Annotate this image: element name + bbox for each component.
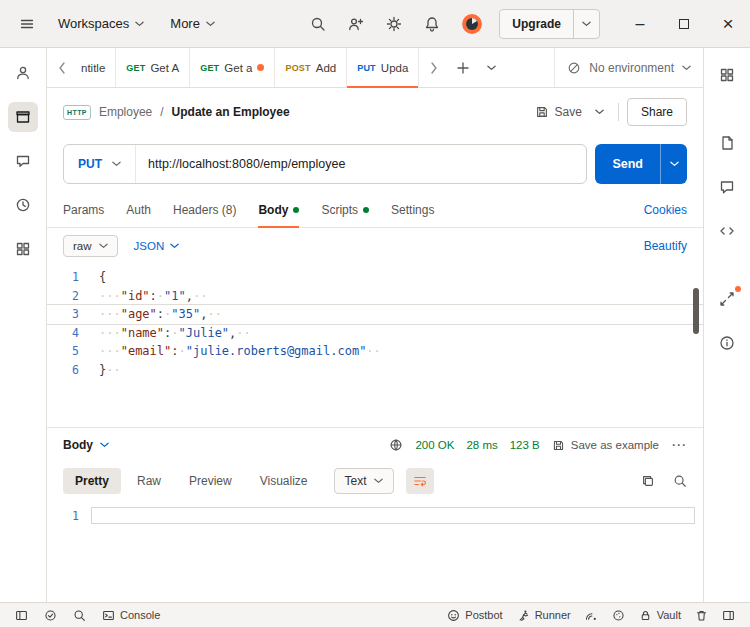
share-button[interactable]: Share xyxy=(627,98,687,126)
search-icon[interactable] xyxy=(303,9,333,39)
new-tab-plus-icon[interactable] xyxy=(449,48,477,87)
sidebar-collections-icon[interactable] xyxy=(8,102,38,132)
notifications-bell-icon[interactable] xyxy=(417,9,447,39)
response-more-icon[interactable]: ⋯ xyxy=(671,440,687,450)
capture-requests-icon[interactable] xyxy=(578,603,605,627)
sidebar-apps-grid-icon[interactable] xyxy=(8,234,38,264)
code-line[interactable]: 4···"name":·"Julie",·· xyxy=(47,324,703,343)
info-icon[interactable] xyxy=(712,328,742,358)
request-tab[interactable]: GET Get a xyxy=(190,48,275,87)
toggle-sidebar-icon[interactable] xyxy=(8,603,35,627)
postbot-button[interactable]: Postbot xyxy=(440,603,509,627)
related-requests-icon[interactable] xyxy=(712,284,742,314)
line-number: 6 xyxy=(47,361,91,380)
sidebar-profile-icon[interactable] xyxy=(8,58,38,88)
tab-params[interactable]: Params xyxy=(63,192,104,227)
comments-icon[interactable] xyxy=(712,172,742,202)
code-line[interactable]: 3···"age":·"35",·· xyxy=(47,305,703,324)
code-line[interactable]: 5···"email":·"julie.roberts@gmail.com"·· xyxy=(47,342,703,361)
status-bar: Console Postbot Runner Vault xyxy=(0,602,750,627)
tabs-back-icon[interactable] xyxy=(47,48,77,87)
status-check-icon[interactable] xyxy=(37,603,64,627)
postman-logo[interactable] xyxy=(461,13,483,35)
postbot-icon xyxy=(447,609,460,622)
send-button-group: Send xyxy=(595,144,687,184)
upgrade-caret[interactable] xyxy=(573,10,599,38)
tab-body[interactable]: Body xyxy=(258,192,299,227)
more-menu[interactable]: More xyxy=(162,10,223,37)
tabs-forward-icon[interactable] xyxy=(419,48,449,87)
request-body-editor[interactable]: 1{2···"id":·"1",··3···"age":·"35",··4···… xyxy=(47,264,703,428)
beautify-link[interactable]: Beautify xyxy=(644,239,687,253)
request-tab[interactable]: POST Add xyxy=(275,48,347,87)
view-pretty-button[interactable]: Pretty xyxy=(63,468,121,494)
body-format-selector[interactable]: JSON xyxy=(134,240,180,252)
search-response-icon[interactable] xyxy=(673,474,687,488)
upgrade-button[interactable]: Upgrade xyxy=(500,10,573,38)
view-raw-button[interactable]: Raw xyxy=(125,468,173,494)
response-body-editor[interactable]: 1 xyxy=(47,500,703,602)
response-format-selector[interactable]: Text xyxy=(334,468,394,494)
console-button[interactable]: Console xyxy=(95,603,167,627)
body-type-row: raw JSON Beautify xyxy=(47,228,703,264)
hamburger-menu-icon[interactable] xyxy=(12,9,42,39)
trash-icon[interactable] xyxy=(688,603,715,627)
request-tab[interactable]: GET Get A xyxy=(116,48,190,87)
invite-user-icon[interactable] xyxy=(341,9,371,39)
topbar-icons xyxy=(303,9,489,39)
response-format-label: Text xyxy=(345,474,367,488)
code-snippet-icon[interactable] xyxy=(712,216,742,246)
code-line[interactable]: 1{ xyxy=(47,268,703,287)
send-button[interactable]: Send xyxy=(595,144,660,184)
view-visualize-button[interactable]: Visualize xyxy=(248,468,320,494)
sidebar-history-icon[interactable] xyxy=(8,190,38,220)
two-pane-layout-icon[interactable] xyxy=(715,603,742,627)
response-body-selector[interactable]: Body xyxy=(63,438,109,452)
tab-label: Get A xyxy=(150,62,179,74)
save-options-chevron-icon[interactable] xyxy=(590,102,610,122)
tab-settings[interactable]: Settings xyxy=(391,192,434,227)
topbar: Workspaces More xyxy=(0,0,750,48)
runner-button[interactable]: Runner xyxy=(510,603,578,627)
environment-selector[interactable]: No environment xyxy=(554,48,703,87)
maximize-button[interactable] xyxy=(662,0,706,48)
cookies-jar-icon[interactable] xyxy=(605,603,632,627)
request-tab-active[interactable]: PUT Upda xyxy=(347,48,419,87)
minimize-button[interactable]: – xyxy=(618,0,662,48)
documentation-icon[interactable] xyxy=(712,128,742,158)
vault-button[interactable]: Vault xyxy=(632,603,688,627)
request-tab[interactable]: ntitle xyxy=(77,48,116,87)
url-row: PUT Send xyxy=(47,136,703,192)
settings-gear-icon[interactable] xyxy=(379,9,409,39)
tab-method: GET xyxy=(126,63,145,73)
workspaces-menu[interactable]: Workspaces xyxy=(50,10,152,37)
cookies-link[interactable]: Cookies xyxy=(644,192,687,227)
url-input[interactable] xyxy=(136,145,586,183)
environment-quicklook-icon[interactable] xyxy=(712,60,742,90)
wrap-lines-icon[interactable] xyxy=(406,468,434,494)
tab-scripts[interactable]: Scripts xyxy=(321,192,369,227)
editor-scrollbar-thumb[interactable] xyxy=(693,288,699,334)
close-button[interactable]: × xyxy=(706,0,750,48)
tab-headers[interactable]: Headers (8) xyxy=(173,192,236,227)
code-line[interactable]: 6}·· xyxy=(47,361,703,380)
sidebar-flows-icon[interactable] xyxy=(8,146,38,176)
network-globe-icon[interactable] xyxy=(389,438,403,452)
view-preview-button[interactable]: Preview xyxy=(177,468,244,494)
copy-response-icon[interactable] xyxy=(641,474,655,488)
upgrade-button-group: Upgrade xyxy=(499,9,600,39)
code-line[interactable]: 2···"id":·"1",·· xyxy=(47,287,703,306)
method-selector[interactable]: PUT xyxy=(64,145,136,183)
save-button[interactable]: Save xyxy=(535,105,582,119)
postman-window: Workspaces More xyxy=(0,0,750,627)
body-type-selector[interactable]: raw xyxy=(63,235,118,257)
tab-auth[interactable]: Auth xyxy=(126,192,151,227)
find-replace-icon[interactable] xyxy=(66,603,93,627)
breadcrumb-collection[interactable]: Employee xyxy=(99,105,152,119)
notification-dot xyxy=(735,286,741,292)
request-title[interactable]: Update an Employee xyxy=(172,105,290,119)
send-options-chevron-icon[interactable] xyxy=(660,144,687,184)
response-empty-line[interactable] xyxy=(91,507,695,524)
save-as-example-button[interactable]: Save as example xyxy=(552,439,659,452)
tab-options-chevron-icon[interactable] xyxy=(477,48,505,87)
